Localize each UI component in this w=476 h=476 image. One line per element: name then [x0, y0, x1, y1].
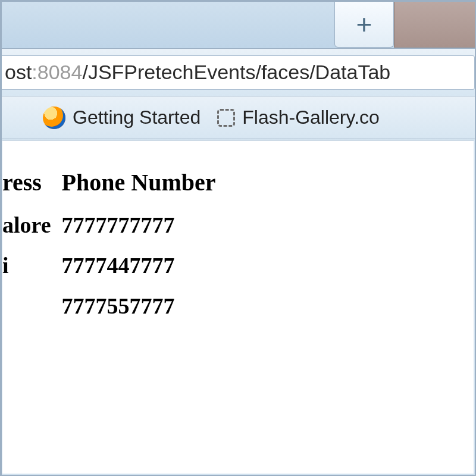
generic-page-icon	[217, 109, 235, 127]
table-row: 7777557777	[2, 286, 227, 326]
cell-phone: 7777557777	[62, 286, 227, 326]
bookmark-label: Getting Started	[73, 107, 201, 129]
firefox-icon	[43, 107, 65, 129]
url-path: /JSFPretechEvents/faces/DataTab	[82, 61, 390, 84]
plus-icon: +	[356, 8, 372, 40]
col-address: ress	[2, 162, 62, 205]
tab-strip: +	[1, 1, 475, 49]
url-host-fragment: ost	[5, 61, 32, 84]
page-content: ress Phone Number alore 7777777777 i 777…	[2, 140, 474, 474]
col-phone: Phone Number	[62, 162, 227, 205]
cell-address	[2, 286, 62, 326]
bookmarks-bar: Getting Started Flash-Gallery.co	[1, 96, 475, 139]
cell-phone: 7777777777	[62, 205, 227, 245]
address-bar-row: ost:8084/JSFPretechEvents/faces/DataTab	[1, 49, 475, 96]
cell-phone: 7777447777	[62, 245, 227, 286]
url-input[interactable]: ost:8084/JSFPretechEvents/faces/DataTab	[1, 55, 475, 90]
bookmark-getting-started[interactable]: Getting Started	[43, 107, 201, 129]
table-row: alore 7777777777	[2, 205, 227, 245]
table-row: i 7777447777	[2, 245, 227, 286]
new-tab-button[interactable]: +	[334, 1, 394, 48]
url-port: :8084	[32, 61, 82, 84]
browser-window: + ost:8084/JSFPretechEvents/faces/DataTa…	[0, 0, 476, 476]
cell-address: alore	[2, 205, 62, 245]
cell-address: i	[2, 245, 62, 286]
table-header-row: ress Phone Number	[2, 162, 227, 205]
inactive-tab[interactable]	[394, 1, 475, 48]
bookmark-flash-gallery[interactable]: Flash-Gallery.co	[217, 107, 380, 129]
bookmark-label: Flash-Gallery.co	[242, 107, 380, 129]
data-table: ress Phone Number alore 7777777777 i 777…	[2, 162, 227, 326]
